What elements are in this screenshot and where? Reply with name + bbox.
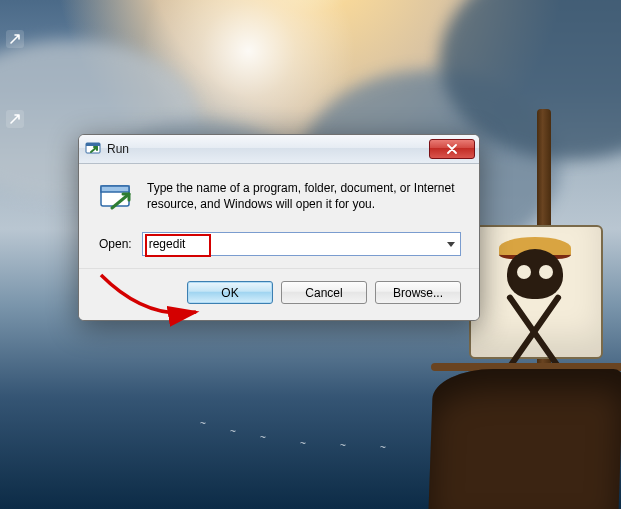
dialog-footer: OK Cancel Browse... bbox=[79, 268, 479, 320]
svg-rect-1 bbox=[86, 143, 100, 146]
ok-button[interactable]: OK bbox=[187, 281, 273, 304]
cancel-button[interactable]: Cancel bbox=[281, 281, 367, 304]
dialog-description: Type the name of a program, folder, docu… bbox=[147, 180, 461, 212]
desktop-shortcut-overlay-icon bbox=[6, 30, 24, 48]
desktop-shortcut-overlay-icon bbox=[6, 110, 24, 128]
dialog-title: Run bbox=[107, 142, 429, 156]
browse-button[interactable]: Browse... bbox=[375, 281, 461, 304]
combobox-dropdown-button[interactable] bbox=[442, 233, 460, 255]
open-label: Open: bbox=[99, 237, 132, 251]
close-icon bbox=[446, 144, 458, 154]
chevron-down-icon bbox=[447, 242, 455, 247]
run-dialog-icon bbox=[99, 180, 133, 214]
titlebar[interactable]: Run bbox=[79, 135, 479, 164]
open-input[interactable] bbox=[143, 233, 442, 255]
open-combobox[interactable] bbox=[142, 232, 461, 256]
run-dialog: Run Type the name of a program, folder, … bbox=[78, 134, 480, 321]
close-button[interactable] bbox=[429, 139, 475, 159]
run-titlebar-icon bbox=[85, 140, 101, 159]
svg-rect-3 bbox=[101, 186, 129, 192]
